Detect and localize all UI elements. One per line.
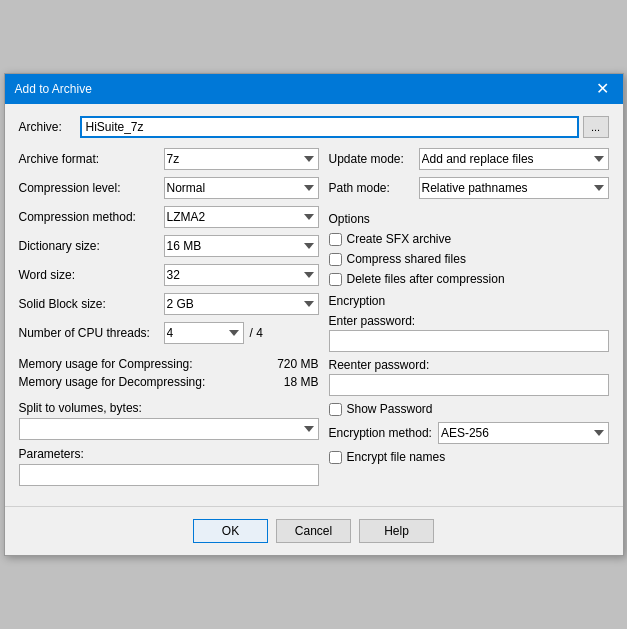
split-select[interactable]	[19, 418, 319, 440]
cpu-threads-total: / 4	[250, 326, 263, 340]
update-mode-select[interactable]: Add and replace files Update and add fil…	[419, 148, 609, 170]
enter-password-input[interactable]	[329, 330, 609, 352]
browse-button[interactable]: ...	[583, 116, 609, 138]
compression-method-select[interactable]: LZMA2 LZMA PPMd	[164, 206, 319, 228]
dialog-content: Archive: ... Archive format: 7z zip tar	[5, 104, 623, 496]
reenter-password-input[interactable]	[329, 374, 609, 396]
show-password-checkbox[interactable]	[329, 403, 342, 416]
solid-block-label: Solid Block size:	[19, 297, 164, 311]
compression-level-label: Compression level:	[19, 181, 164, 195]
cpu-threads-label: Number of CPU threads:	[19, 326, 164, 340]
compression-method-row: Compression method: LZMA2 LZMA PPMd	[19, 206, 319, 228]
path-mode-label: Path mode:	[329, 181, 419, 195]
cpu-threads-select[interactable]: 4 1 2 8	[164, 322, 244, 344]
right-column: Update mode: Add and replace files Updat…	[329, 148, 609, 486]
left-column: Archive format: 7z zip tar Compression l…	[19, 148, 319, 486]
delete-after-checkbox[interactable]	[329, 273, 342, 286]
archive-input[interactable]	[80, 116, 579, 138]
compress-shared-label[interactable]: Compress shared files	[347, 252, 466, 266]
params-input[interactable]	[19, 464, 319, 486]
main-columns: Archive format: 7z zip tar Compression l…	[19, 148, 609, 486]
dictionary-size-select[interactable]: 16 MB 8 MB 32 MB	[164, 235, 319, 257]
archive-label: Archive:	[19, 120, 74, 134]
delete-after-row: Delete files after compression	[329, 272, 609, 286]
encryption-title: Encryption	[329, 294, 609, 308]
compression-level-row: Compression level: Normal Store Fast Max…	[19, 177, 319, 199]
update-mode-label: Update mode:	[329, 152, 419, 166]
show-password-row: Show Password	[329, 402, 609, 416]
show-password-label[interactable]: Show Password	[347, 402, 433, 416]
ok-button[interactable]: OK	[193, 519, 268, 543]
create-sfx-row: Create SFX archive	[329, 232, 609, 246]
encryption-section: Encryption Enter password: Reenter passw…	[329, 294, 609, 464]
options-title: Options	[329, 212, 609, 226]
cpu-threads-row: Number of CPU threads: 4 1 2 8 / 4	[19, 322, 319, 344]
enc-method-row: Encryption method: AES-256 ZipCrypto	[329, 422, 609, 444]
dictionary-size-row: Dictionary size: 16 MB 8 MB 32 MB	[19, 235, 319, 257]
delete-after-label[interactable]: Delete files after compression	[347, 272, 505, 286]
memory-decompress-label: Memory usage for Decompressing:	[19, 375, 206, 389]
word-size-row: Word size: 32 8 16 64	[19, 264, 319, 286]
help-button[interactable]: Help	[359, 519, 434, 543]
path-mode-select[interactable]: Relative pathnames Absolute pathnames No…	[419, 177, 609, 199]
memory-compress-row: Memory usage for Compressing: 720 MB	[19, 357, 319, 371]
dialog-title: Add to Archive	[15, 82, 92, 96]
dialog-footer: OK Cancel Help	[5, 506, 623, 555]
create-sfx-label[interactable]: Create SFX archive	[347, 232, 452, 246]
dictionary-size-label: Dictionary size:	[19, 239, 164, 253]
enter-password-label: Enter password:	[329, 314, 609, 328]
params-label: Parameters:	[19, 447, 319, 461]
word-size-label: Word size:	[19, 268, 164, 282]
compress-shared-checkbox[interactable]	[329, 253, 342, 266]
compress-shared-row: Compress shared files	[329, 252, 609, 266]
title-bar: Add to Archive ✕	[5, 74, 623, 104]
encrypt-filenames-checkbox[interactable]	[329, 451, 342, 464]
compression-level-select[interactable]: Normal Store Fast Maximum	[164, 177, 319, 199]
path-mode-row: Path mode: Relative pathnames Absolute p…	[329, 177, 609, 199]
memory-compress-label: Memory usage for Compressing:	[19, 357, 193, 371]
encrypt-filenames-row: Encrypt file names	[329, 450, 609, 464]
word-size-select[interactable]: 32 8 16 64	[164, 264, 319, 286]
close-button[interactable]: ✕	[593, 79, 613, 99]
archive-format-label: Archive format:	[19, 152, 164, 166]
create-sfx-checkbox[interactable]	[329, 233, 342, 246]
memory-compress-value: 720 MB	[277, 357, 318, 371]
archive-format-row: Archive format: 7z zip tar	[19, 148, 319, 170]
archive-row: Archive: ...	[19, 116, 609, 138]
archive-path-container: ...	[80, 116, 609, 138]
split-label: Split to volumes, bytes:	[19, 401, 319, 415]
enc-method-select[interactable]: AES-256 ZipCrypto	[438, 422, 609, 444]
compression-method-label: Compression method:	[19, 210, 164, 224]
update-mode-row: Update mode: Add and replace files Updat…	[329, 148, 609, 170]
archive-format-select[interactable]: 7z zip tar	[164, 148, 319, 170]
solid-block-row: Solid Block size: 2 GB None 1 GB	[19, 293, 319, 315]
encrypt-filenames-label[interactable]: Encrypt file names	[347, 450, 446, 464]
add-to-archive-dialog: Add to Archive ✕ Archive: ... Archive fo…	[4, 73, 624, 556]
memory-decompress-value: 18 MB	[284, 375, 319, 389]
enc-method-label: Encryption method:	[329, 426, 432, 440]
cancel-button[interactable]: Cancel	[276, 519, 351, 543]
memory-decompress-row: Memory usage for Decompressing: 18 MB	[19, 375, 319, 389]
solid-block-select[interactable]: 2 GB None 1 GB	[164, 293, 319, 315]
reenter-password-label: Reenter password:	[329, 358, 609, 372]
